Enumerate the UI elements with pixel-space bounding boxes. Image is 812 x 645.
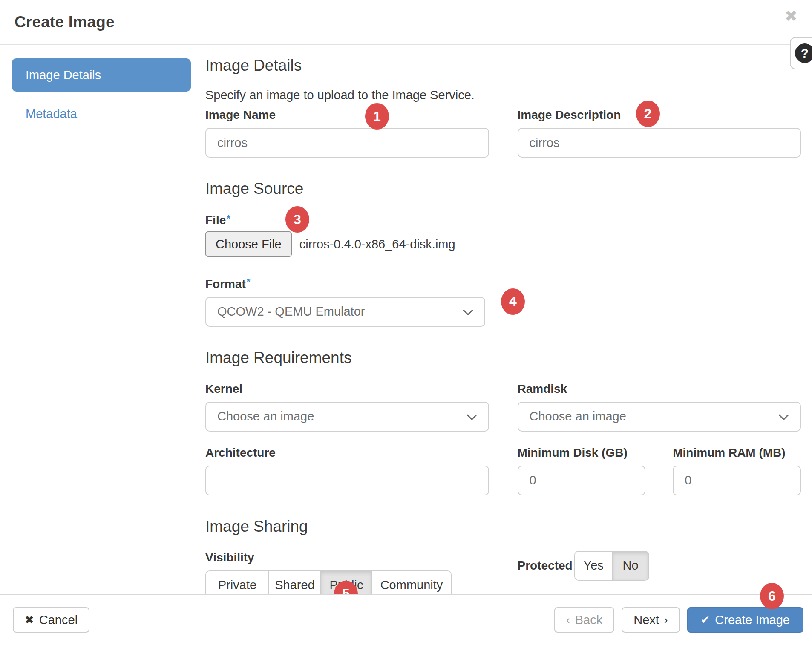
format-label: Format	[205, 277, 246, 291]
create-image-button[interactable]: ✔ Create Image	[687, 607, 804, 633]
close-icon[interactable]: ✖	[785, 9, 798, 24]
architecture-field-group: Architecture	[205, 446, 489, 495]
help-icon: ?	[795, 43, 812, 63]
back-button[interactable]: ‹ Back	[554, 607, 614, 633]
next-button[interactable]: Next ›	[622, 607, 680, 633]
check-icon: ✔	[701, 614, 710, 625]
kernel-select[interactable]: Choose an image	[205, 402, 489, 432]
format-field-group: Format* 4 QCOW2 - QEMU Emulator	[205, 276, 485, 326]
protected-option-no[interactable]: No	[612, 552, 648, 580]
protected-label: Protected	[518, 559, 573, 573]
kernel-field-group: Kernel Choose an image	[205, 382, 489, 432]
image-name-label: Image Name	[205, 108, 276, 122]
min-disk-input[interactable]	[518, 466, 646, 495]
min-ram-label: Minimum RAM (MB)	[673, 446, 785, 460]
sidebar-item-metadata[interactable]: Metadata	[26, 107, 77, 121]
section-heading-image-sharing: Image Sharing	[205, 518, 801, 536]
protected-option-yes[interactable]: Yes	[575, 552, 612, 580]
visibility-label: Visibility	[205, 551, 254, 564]
ramdisk-select[interactable]: Choose an image	[518, 402, 801, 432]
visibility-field-group: Visibility 5 Private Shared Public Commu…	[205, 551, 489, 594]
tour-badge-1: 1	[365, 103, 389, 130]
sidebar-item-label: Image Details	[26, 68, 101, 82]
ramdisk-label: Ramdisk	[518, 382, 567, 396]
image-name-field-group: Image Name 1	[205, 108, 489, 158]
cancel-button-label: Cancel	[39, 613, 78, 627]
chevron-down-icon	[466, 410, 477, 420]
chevron-down-icon	[778, 410, 789, 420]
chosen-file-name: cirros-0.4.0-x86_64-disk.img	[299, 237, 455, 251]
cancel-button[interactable]: ✖ Cancel	[13, 607, 89, 633]
modal-header: Create Image ✖	[0, 0, 812, 45]
required-asterisk: *	[247, 276, 251, 287]
required-asterisk: *	[227, 213, 230, 224]
visibility-option-shared[interactable]: Shared	[268, 571, 320, 594]
chevron-left-icon: ‹	[566, 614, 570, 625]
page-title: Create Image	[14, 13, 115, 31]
format-select[interactable]: QCOW2 - QEMU Emulator	[205, 297, 485, 327]
image-description-field-group: Image Description 2	[518, 108, 801, 158]
back-button-label: Back	[575, 613, 602, 627]
format-select-value: QCOW2 - QEMU Emulator	[217, 305, 365, 319]
visibility-option-community[interactable]: Community	[371, 571, 451, 594]
create-image-button-label: Create Image	[715, 613, 790, 627]
kernel-select-value: Choose an image	[217, 409, 314, 423]
tour-badge-4: 4	[501, 288, 525, 315]
architecture-input[interactable]	[205, 466, 489, 495]
file-label: File	[205, 213, 226, 227]
section-subtitle: Specify an image to upload to the Image …	[205, 88, 801, 102]
kernel-label: Kernel	[205, 382, 242, 396]
protected-button-group: Yes No	[574, 551, 649, 581]
visibility-option-private[interactable]: Private	[206, 571, 268, 594]
chevron-down-icon	[463, 305, 473, 315]
sidebar-item-image-details[interactable]: Image Details	[12, 58, 191, 92]
ramdisk-select-value: Choose an image	[530, 409, 626, 423]
architecture-label: Architecture	[205, 446, 276, 460]
tour-badge-2: 2	[636, 101, 660, 127]
image-description-input[interactable]	[518, 128, 801, 158]
section-heading-image-details: Image Details	[205, 57, 801, 75]
help-button[interactable]: ?	[790, 37, 812, 69]
tour-badge-6: 6	[760, 583, 784, 609]
min-ram-field-group: Minimum RAM (MB)	[673, 446, 801, 495]
wizard-sidebar: Image Details Metadata	[0, 45, 205, 594]
modal-body: Image Details Metadata Image Details Spe…	[0, 45, 812, 594]
choose-file-button[interactable]: Choose File	[205, 231, 292, 257]
section-heading-image-source: Image Source	[205, 180, 801, 198]
tour-badge-3: 3	[285, 206, 309, 233]
create-image-modal: Create Image ✖ ? Image Details Metadata …	[0, 0, 812, 645]
min-disk-field-group: Minimum Disk (GB)	[518, 446, 646, 495]
min-disk-label: Minimum Disk (GB)	[518, 446, 628, 460]
min-ram-input[interactable]	[673, 466, 801, 495]
ramdisk-field-group: Ramdisk Choose an image	[518, 382, 801, 432]
protected-field-group: Protected Yes No	[518, 551, 801, 594]
image-description-label: Image Description	[518, 108, 621, 122]
modal-footer: 6 ✖ Cancel ‹ Back Next › ✔ Create Image	[0, 594, 812, 645]
next-button-label: Next	[633, 613, 659, 627]
section-heading-image-requirements: Image Requirements	[205, 349, 801, 367]
visibility-button-group: Private Shared Public Community	[205, 570, 452, 594]
chevron-right-icon: ›	[664, 614, 668, 625]
wizard-content: Image Details Specify an image to upload…	[205, 45, 812, 594]
image-name-input[interactable]	[205, 128, 489, 158]
file-field-group: File* 3 Choose File cirros-0.4.0-x86_64-…	[205, 213, 801, 257]
x-icon: ✖	[25, 614, 34, 625]
